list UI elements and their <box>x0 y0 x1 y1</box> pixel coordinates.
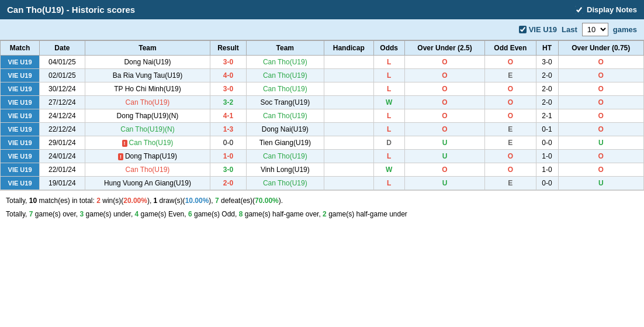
cell-date: 27/12/24 <box>40 96 85 109</box>
col-ou075: Over Under (0.75) <box>558 41 643 56</box>
cell-result: 3-0 <box>210 56 246 69</box>
cell-oe: E <box>485 177 536 190</box>
cell-ou25: O <box>404 69 484 82</box>
cell-match: VIE U19 <box>1 136 40 150</box>
summary-line2: Totally, 7 game(s) over, 3 game(s) under… <box>6 209 638 220</box>
cell-ht: 2-1 <box>536 109 558 123</box>
cell-team2: Can Tho(U19) <box>246 177 324 190</box>
cell-team1: Hung Vuong An Giang(U19) <box>85 177 210 190</box>
cell-wdl: L <box>373 82 404 96</box>
cell-handicap <box>324 136 373 150</box>
cell-date: 30/12/24 <box>40 82 85 96</box>
cell-match: VIE U19 <box>1 96 40 109</box>
cell-ht: 0-1 <box>536 123 558 136</box>
table-header-row: Match Date Team Result Team Handicap Odd… <box>1 41 644 56</box>
col-date: Date <box>40 41 85 56</box>
cell-ou25: O <box>404 56 484 69</box>
cell-result: 1-0 <box>210 150 246 163</box>
cell-team2: Soc Trang(U19) <box>246 96 324 109</box>
table-row: VIE U1924/01/24!Dong Thap(U19)1-0Can Tho… <box>1 150 644 163</box>
cell-ou25: U <box>404 136 484 150</box>
table-row: VIE U1904/01/25Dong Nai(U19)3-0Can Tho(U… <box>1 56 644 69</box>
cell-wdl: L <box>373 56 404 69</box>
controls-row: VIE U19 Last 10 20 30 games <box>0 19 644 40</box>
cell-ou075: O <box>558 150 643 163</box>
cell-ht: 0-0 <box>536 136 558 150</box>
col-team2: Team <box>246 41 324 56</box>
cell-wdl: L <box>373 69 404 82</box>
cell-team2: Can Tho(U19) <box>246 109 324 123</box>
cell-oe: O <box>485 82 536 96</box>
cell-match: VIE U19 <box>1 56 40 69</box>
cell-match: VIE U19 <box>1 69 40 82</box>
col-odds: Odds <box>373 41 404 56</box>
cell-date: 19/01/24 <box>40 177 85 190</box>
cell-team2: Can Tho(U19) <box>246 69 324 82</box>
cell-match: VIE U19 <box>1 123 40 136</box>
display-notes-label: Display Notes <box>587 5 637 14</box>
cell-ou075: O <box>558 69 643 82</box>
cell-match: VIE U19 <box>1 82 40 96</box>
cell-oe: O <box>485 163 536 177</box>
cell-date: 24/12/24 <box>40 109 85 123</box>
cell-result: 2-0 <box>210 177 246 190</box>
col-result: Result <box>210 41 246 56</box>
table-row: VIE U1927/12/24Can Tho(U19)3-2Soc Trang(… <box>1 96 644 109</box>
cell-oe: O <box>485 96 536 109</box>
cell-handicap <box>324 123 373 136</box>
cell-ou075: O <box>558 56 643 69</box>
cell-team2: Dong Nai(U19) <box>246 123 324 136</box>
cell-wdl: D <box>373 136 404 150</box>
last-label: Last <box>562 25 577 34</box>
cell-wdl: L <box>373 109 404 123</box>
cell-team2: Tien Giang(U19) <box>246 136 324 150</box>
games-label: games <box>613 25 637 34</box>
cell-ou075: O <box>558 123 643 136</box>
cell-oe: E <box>485 69 536 82</box>
cell-team1: Can Tho(U19) <box>85 96 210 109</box>
cell-match: VIE U19 <box>1 109 40 123</box>
cell-ht: 3-0 <box>536 56 558 69</box>
cell-date: 29/01/24 <box>40 136 85 150</box>
cell-handicap <box>324 56 373 69</box>
last-games-select[interactable]: 10 20 30 <box>582 23 608 36</box>
cell-ou075: O <box>558 96 643 109</box>
league-checkbox[interactable] <box>519 26 527 33</box>
table-row: VIE U1930/12/24TP Ho Chi Minh(U19)3-0Can… <box>1 82 644 96</box>
cell-handicap <box>324 163 373 177</box>
table-row: VIE U1922/01/24Can Tho(U19)3-0Vinh Long(… <box>1 163 644 177</box>
cell-team1: Can Tho(U19) <box>85 163 210 177</box>
cell-wdl: W <box>373 96 404 109</box>
cell-wdl: L <box>373 177 404 190</box>
cell-wdl: L <box>373 123 404 136</box>
cell-date: 04/01/25 <box>40 56 85 69</box>
cell-oe: O <box>485 109 536 123</box>
cell-ou075: O <box>558 163 643 177</box>
display-notes-checkbox[interactable] <box>575 6 583 14</box>
cell-team1: Ba Ria Vung Tau(U19) <box>85 69 210 82</box>
cell-ht: 1-0 <box>536 163 558 177</box>
cell-date: 02/01/25 <box>40 69 85 82</box>
cell-date: 22/12/24 <box>40 123 85 136</box>
col-ou25: Over Under (2.5) <box>404 41 484 56</box>
cell-handicap <box>324 82 373 96</box>
page-title: Can Tho(U19) - Historic scores <box>7 5 135 15</box>
cell-ou25: O <box>404 109 484 123</box>
cell-team1: !Dong Thap(U19) <box>85 150 210 163</box>
cell-ou075: O <box>558 109 643 123</box>
cell-result: 0-0 <box>210 136 246 150</box>
table-row: VIE U1902/01/25Ba Ria Vung Tau(U19)4-0Ca… <box>1 69 644 82</box>
cell-oe: E <box>485 123 536 136</box>
league-checkbox-label: VIE U19 <box>519 25 557 34</box>
col-oe: Odd Even <box>485 41 536 56</box>
cell-ou25: U <box>404 150 484 163</box>
cell-handicap <box>324 96 373 109</box>
cell-ht: 0-0 <box>536 177 558 190</box>
cell-oe: O <box>485 56 536 69</box>
cell-oe: O <box>485 150 536 163</box>
cell-team1: Can Tho(U19)(N) <box>85 123 210 136</box>
cell-match: VIE U19 <box>1 177 40 190</box>
cell-ou25: O <box>404 123 484 136</box>
cell-ou075: U <box>558 177 643 190</box>
cell-result: 3-0 <box>210 163 246 177</box>
